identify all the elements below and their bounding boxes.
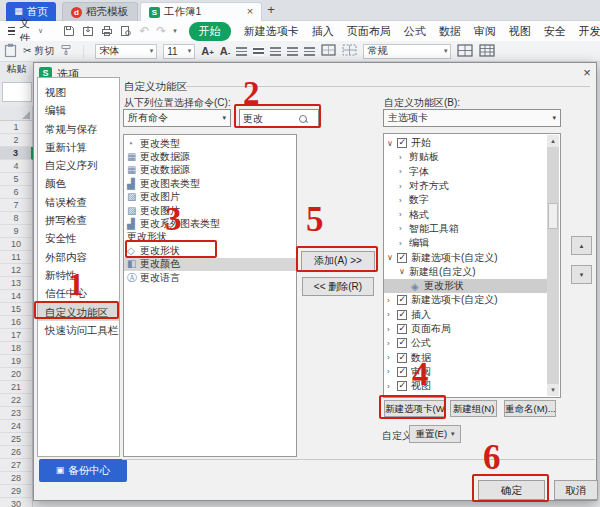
scrollbar-thumb[interactable] — [548, 203, 558, 229]
ribbon-tree-item[interactable]: › 对齐方式 — [384, 179, 548, 193]
row-header[interactable]: 24 — [0, 420, 33, 433]
redo-icon[interactable]: ↷ — [156, 25, 166, 37]
expand-chevron-icon[interactable]: › — [399, 153, 409, 162]
checkbox[interactable]: ✓ — [397, 367, 407, 377]
expand-chevron-icon[interactable]: › — [387, 310, 397, 319]
command-item[interactable]: ▟ 更改图表类型 — [124, 177, 296, 190]
ribbon-tree-item[interactable]: › ✓ 页面布局 — [384, 322, 548, 336]
table-style-icon[interactable] — [479, 44, 495, 59]
undo-icon[interactable]: ↶ — [139, 25, 149, 37]
ribbon-tree-item[interactable]: › 数字 — [384, 193, 548, 207]
expand-chevron-icon[interactable]: › — [399, 239, 409, 248]
command-item[interactable]: ◇ 更改形状 — [124, 244, 296, 257]
options-sidebar-item[interactable]: 错误检查 — [38, 193, 119, 211]
options-sidebar-item[interactable]: 编辑 — [38, 101, 119, 119]
ribbon-tree-item[interactable]: ◈ 更改形状 — [384, 279, 548, 293]
increase-indent-icon[interactable] — [304, 47, 315, 56]
row-header[interactable]: 8 — [0, 212, 33, 225]
expand-chevron-icon[interactable]: › — [399, 196, 409, 205]
row-header[interactable]: 12 — [0, 264, 33, 277]
move-up-button[interactable]: ▴ — [571, 236, 592, 255]
row-header[interactable]: 7 — [0, 199, 33, 212]
row-header[interactable]: 20 — [0, 368, 33, 381]
options-sidebar-item[interactable]: 外部内容 — [38, 248, 119, 266]
expand-chevron-icon[interactable]: › — [399, 167, 409, 176]
new-tab-icon[interactable]: + — [263, 2, 279, 18]
decrease-font-icon[interactable]: A- — [220, 45, 231, 57]
ribbon-tree-item[interactable]: ∨ 新建组(自定义) — [384, 265, 548, 279]
options-sidebar-item[interactable]: 新特性 — [38, 266, 119, 284]
ribbon-tree-item[interactable]: › 字体 — [384, 165, 548, 179]
ribbon-tab[interactable]: 审阅 — [474, 24, 496, 39]
options-sidebar-item[interactable]: 信任中心 — [38, 284, 119, 302]
expand-chevron-icon[interactable]: › — [387, 339, 397, 348]
print-icon[interactable] — [101, 25, 113, 37]
row-header[interactable]: 10 — [0, 238, 33, 251]
command-item[interactable]: Ⓐ 更改语言 — [124, 271, 296, 284]
expand-chevron-icon[interactable]: › — [387, 353, 397, 362]
scroll-down-icon[interactable]: ▾ — [547, 384, 559, 396]
remove-command-button[interactable]: << 删除(R) — [302, 277, 374, 296]
ribbon-tree-item[interactable]: ∨ ✓ 开始 — [384, 136, 548, 150]
checkbox[interactable]: ✓ — [397, 138, 407, 148]
backup-center-button[interactable]: ▣ 备份中心 — [39, 459, 127, 482]
row-header[interactable]: 5 — [0, 173, 33, 186]
new-group-button[interactable]: 新建组(N) — [450, 400, 497, 417]
ribbon-tab[interactable]: 数据 — [439, 24, 461, 39]
export-icon[interactable] — [82, 25, 94, 37]
ok-button[interactable]: 确定 — [478, 480, 545, 500]
ribbon-tab[interactable]: 开始 — [189, 22, 231, 41]
number-format-select[interactable]: 常规▾ — [363, 44, 451, 59]
row-header[interactable]: 17 — [0, 329, 33, 342]
row-header[interactable]: 14 — [0, 290, 33, 303]
row-header[interactable]: 4 — [0, 160, 33, 173]
align-middle-icon[interactable] — [253, 47, 264, 56]
checkbox[interactable]: ✓ — [397, 310, 407, 320]
checkbox[interactable]: ✓ — [397, 338, 407, 348]
move-down-button[interactable]: ▾ — [571, 265, 592, 284]
reset-button[interactable]: 重置(E) ▾ — [409, 425, 461, 443]
ribbon-tab[interactable]: 插入 — [312, 24, 334, 39]
expand-chevron-icon[interactable]: ∨ — [387, 139, 397, 148]
row-header[interactable]: 27 — [0, 459, 33, 472]
expand-chevron-icon[interactable]: › — [399, 182, 409, 191]
expand-chevron-icon[interactable]: › — [399, 224, 409, 233]
options-sidebar-item[interactable]: 自定义功能区 — [38, 303, 119, 321]
name-box[interactable] — [2, 82, 32, 102]
command-item[interactable]: ▨ 更改图片 — [124, 204, 296, 217]
options-sidebar-item[interactable]: 快速访问工具栏 — [38, 321, 119, 339]
ribbon-tree-item[interactable]: › ✓ 审阅 — [384, 365, 548, 379]
ribbon-tree-item[interactable]: › ✓ 公式 — [384, 336, 548, 350]
row-header[interactable]: 29 — [0, 485, 33, 498]
align-top-icon[interactable] — [236, 47, 247, 56]
command-item[interactable]: ◔ 更改类型 — [124, 137, 296, 150]
new-tab-button[interactable]: 新建选项卡(W) — [384, 400, 445, 417]
ribbon-tree-item[interactable]: › 格式 — [384, 207, 548, 221]
ribbon-tab[interactable]: 页面布局 — [347, 24, 391, 39]
row-header[interactable]: 25 — [0, 433, 33, 446]
commands-source-select[interactable]: 所有命令 ▾ — [123, 109, 231, 127]
row-header[interactable]: 22 — [0, 394, 33, 407]
add-command-button[interactable]: 添加(A) >> — [301, 251, 375, 271]
select-all-corner[interactable] — [0, 106, 33, 121]
options-sidebar-item[interactable]: 视图 — [38, 83, 119, 101]
row-header[interactable]: 1 — [0, 121, 33, 134]
row-header[interactable]: 26 — [0, 446, 33, 459]
command-item[interactable]: ▨ 更改图片 — [124, 191, 296, 204]
checkbox[interactable]: ✓ — [397, 253, 407, 263]
scroll-up-icon[interactable]: ▴ — [547, 135, 559, 147]
ribbon-tab[interactable]: 视图 — [509, 24, 531, 39]
ribbon-tree-item[interactable]: › 智能工具箱 — [384, 222, 548, 236]
row-header[interactable]: 13 — [0, 277, 33, 290]
options-sidebar-item[interactable]: 重新计算 — [38, 138, 119, 156]
ribbon-tree-item[interactable]: › ✓ 视图 — [384, 379, 548, 393]
font-size-select[interactable]: 11▾ — [163, 44, 195, 59]
ribbon-tree-item[interactable]: › ✓ 插入 — [384, 308, 548, 322]
save-icon[interactable] — [63, 25, 75, 37]
checkbox[interactable]: ✓ — [397, 295, 407, 305]
row-header[interactable]: 30 — [0, 498, 33, 507]
command-item[interactable]: ▟ 更改系列图表类型 — [124, 217, 296, 230]
rename-button[interactable]: 重命名(M)... — [504, 400, 556, 417]
paste-button[interactable]: 粘贴 — [0, 62, 33, 78]
row-header[interactable]: 9 — [0, 225, 33, 238]
